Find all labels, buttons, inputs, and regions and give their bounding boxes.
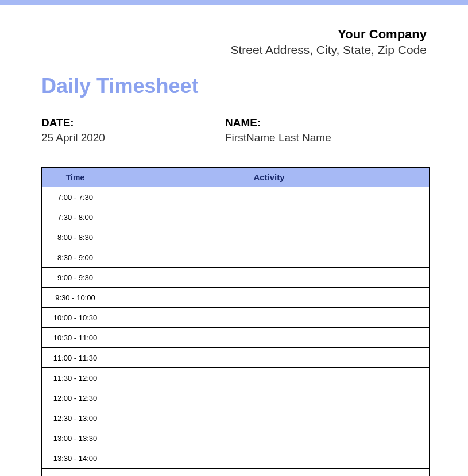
cell-activity[interactable] xyxy=(109,408,430,428)
name-value: FirstName Last Name xyxy=(225,131,409,144)
table-row: 13:30 - 14:00 xyxy=(42,448,430,469)
cell-activity[interactable] xyxy=(109,368,430,388)
table-row: 12:30 - 13:00 xyxy=(42,408,430,428)
table-row: 10:30 - 11:00 xyxy=(42,328,430,348)
table-row: 11:30 - 12:00 xyxy=(42,368,430,388)
cell-time: 9:30 - 10:00 xyxy=(42,288,109,308)
cell-time: 14:00 - 14:30 xyxy=(42,469,109,477)
cell-time: 8:00 - 8:30 xyxy=(42,227,109,247)
cell-time: 9:00 - 9:30 xyxy=(42,268,109,288)
cell-time: 13:00 - 13:30 xyxy=(42,428,109,448)
col-header-time: Time xyxy=(42,168,109,187)
table-row: 8:00 - 8:30 xyxy=(42,227,430,247)
cell-activity[interactable] xyxy=(109,388,430,408)
cell-time: 13:30 - 14:00 xyxy=(42,448,109,469)
table-row: 10:00 - 10:30 xyxy=(42,308,430,328)
meta-date: DATE: 25 April 2020 xyxy=(41,117,225,144)
company-address: Street Address, City, State, Zip Code xyxy=(41,43,427,57)
cell-activity[interactable] xyxy=(109,469,430,477)
cell-time: 12:00 - 12:30 xyxy=(42,388,109,408)
cell-time: 7:00 - 7:30 xyxy=(42,187,109,207)
table-row: 13:00 - 13:30 xyxy=(42,428,430,448)
col-header-activity: Activity xyxy=(109,168,430,187)
cell-activity[interactable] xyxy=(109,328,430,348)
table-row: 9:30 - 10:00 xyxy=(42,288,430,308)
page-title: Daily Timesheet xyxy=(41,74,427,98)
date-value: 25 April 2020 xyxy=(41,131,225,144)
table-row: 12:00 - 12:30 xyxy=(42,388,430,408)
cell-time: 10:00 - 10:30 xyxy=(42,308,109,328)
cell-activity[interactable] xyxy=(109,227,430,247)
company-block: Your Company Street Address, City, State… xyxy=(41,27,427,57)
cell-time: 12:30 - 13:00 xyxy=(42,408,109,428)
table-row: 11:00 - 11:30 xyxy=(42,348,430,368)
meta-row: DATE: 25 April 2020 NAME: FirstName Last… xyxy=(41,117,427,144)
company-name: Your Company xyxy=(41,27,427,42)
cell-activity[interactable] xyxy=(109,268,430,288)
cell-activity[interactable] xyxy=(109,247,430,268)
table-row: 7:30 - 8:00 xyxy=(42,207,430,227)
date-label: DATE: xyxy=(41,117,225,129)
cell-activity[interactable] xyxy=(109,428,430,448)
meta-name: NAME: FirstName Last Name xyxy=(225,117,409,144)
table-row: 14:00 - 14:30 xyxy=(42,469,430,477)
cell-time: 7:30 - 8:00 xyxy=(42,207,109,227)
cell-activity[interactable] xyxy=(109,207,430,227)
cell-activity[interactable] xyxy=(109,187,430,207)
table-row: 9:00 - 9:30 xyxy=(42,268,430,288)
timesheet-table: Time Activity 7:00 - 7:307:30 - 8:008:00… xyxy=(41,167,430,476)
table-header-row: Time Activity xyxy=(42,168,430,187)
table-row: 8:30 - 9:00 xyxy=(42,247,430,268)
cell-time: 8:30 - 9:00 xyxy=(42,247,109,268)
cell-time: 11:00 - 11:30 xyxy=(42,348,109,368)
cell-time: 11:30 - 12:00 xyxy=(42,368,109,388)
cell-activity[interactable] xyxy=(109,348,430,368)
top-accent-bar xyxy=(0,0,468,5)
page-content: Your Company Street Address, City, State… xyxy=(0,27,468,476)
name-label: NAME: xyxy=(225,117,409,129)
cell-time: 10:30 - 11:00 xyxy=(42,328,109,348)
cell-activity[interactable] xyxy=(109,308,430,328)
table-row: 7:00 - 7:30 xyxy=(42,187,430,207)
cell-activity[interactable] xyxy=(109,288,430,308)
cell-activity[interactable] xyxy=(109,448,430,469)
